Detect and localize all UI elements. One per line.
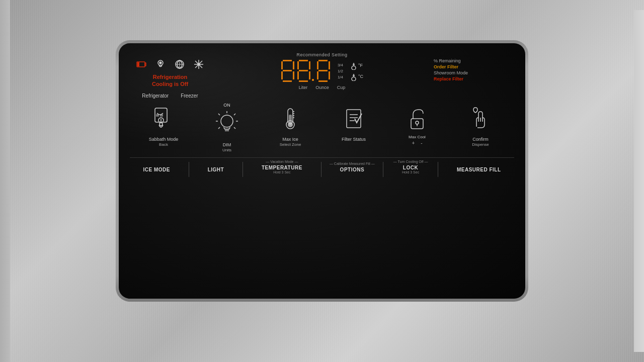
replace-filter-label: Replace Filter <box>434 76 468 81</box>
scale-1-4: 1/4 <box>338 75 343 79</box>
svg-line-29 <box>234 127 235 129</box>
seg-digit-1 <box>281 59 295 82</box>
svg-line-27 <box>234 114 235 115</box>
svg-rect-1 <box>145 63 146 66</box>
water-dispenser-icon <box>153 57 168 71</box>
recommended-label: Recommended Setting <box>296 52 347 57</box>
snowflake-icon <box>192 57 206 71</box>
hand-dispense-icon <box>464 103 497 135</box>
mode-icon <box>173 57 187 71</box>
max-ice-label: Max Ice <box>282 137 298 143</box>
svg-rect-22 <box>160 114 163 117</box>
svg-point-10 <box>198 63 200 65</box>
filter-info-row: % Remaining Order Filter Showroom Mode R… <box>434 58 468 81</box>
temperature-label: TEMPERATURE <box>262 165 302 170</box>
thermometer-icon <box>274 103 306 135</box>
ounce-label: Ounce <box>315 85 329 90</box>
sabbath-mode-back-button[interactable]: Sabbath Mode Back <box>138 103 189 153</box>
right-filter-section: % Remaining Order Filter Showroom Mode R… <box>434 52 514 81</box>
confirm-dispense-button[interactable]: Confirm Dispense <box>455 103 506 153</box>
fridge-right-panel <box>634 10 644 352</box>
lock-open-icon <box>401 103 433 135</box>
divider-5 <box>438 162 438 177</box>
max-cool-label: Max Cool <box>409 135 426 139</box>
top-info-row: Refrigeration Cooling is Off Refrigerato… <box>130 52 514 99</box>
top-icons-row <box>134 57 206 71</box>
plus-button[interactable]: + <box>412 140 415 146</box>
lock-label: LOCK <box>403 165 418 170</box>
panel-outer-bezel: Refrigeration Cooling is Off Refrigerato… <box>116 40 528 302</box>
temp-unit-icons: °F °C <box>349 61 363 81</box>
zone-select-sublabel: Select Zone <box>280 142 301 147</box>
options-item[interactable]: — Calibrate Measured Fill — OPTIONS <box>340 167 365 172</box>
display-row: 3/4 1/2 1/4 <box>281 59 363 82</box>
scale-3-4: 3/4 <box>338 63 343 67</box>
measured-fill-label: MEASURED FILL <box>457 167 501 172</box>
scale-1-2: 1/2 <box>338 69 343 73</box>
svg-line-30 <box>218 114 220 115</box>
control-panel-container: Refrigeration Cooling is Off Refrigerato… <box>116 40 528 302</box>
divider-2 <box>243 162 243 177</box>
filter-status-label: Filter Status <box>342 137 366 143</box>
scale-options: 3/4 1/2 1/4 <box>338 63 343 79</box>
fridge-left-panel <box>0 0 10 362</box>
buttons-row: Sabbath Mode Back ON <box>130 103 514 153</box>
temperature-sublabel: Hold 3 Sec <box>273 170 290 174</box>
filter-status-button[interactable]: Filter Status <box>329 103 379 153</box>
units-sublabel: Units <box>222 148 231 152</box>
vacation-mode-label: — Vacation Mode — <box>266 160 298 163</box>
fahrenheit-icon: °F <box>349 61 363 70</box>
celsius-icon: °C <box>349 72 363 81</box>
calibrate-label: — Calibrate Measured Fill — <box>330 162 375 165</box>
temperature-item[interactable]: — Vacation Mode — TEMPERATURE Hold 3 Sec <box>262 165 302 174</box>
ice-mode-label: ICE MODE <box>143 167 170 172</box>
divider-4 <box>383 162 383 177</box>
divider-1 <box>189 162 189 177</box>
light-label: LIGHT <box>208 167 224 172</box>
minus-button[interactable]: - <box>421 140 422 146</box>
light-item[interactable]: LIGHT <box>208 167 224 172</box>
svg-point-14 <box>352 77 356 81</box>
svg-rect-2 <box>137 62 139 66</box>
measure-labels-row: Liter Ounce Cup <box>299 85 346 90</box>
refrigeration-status: Refrigeration Cooling is Off <box>152 73 188 88</box>
freezer-label: Freezer <box>181 93 198 99</box>
seg-digit-2 <box>297 59 311 82</box>
on-label: ON <box>223 103 230 108</box>
liter-label: Liter <box>299 85 308 90</box>
svg-point-11 <box>352 66 356 70</box>
svg-line-32 <box>218 127 220 129</box>
sabbath-icon <box>147 103 180 135</box>
light-bulb-icon <box>211 108 243 140</box>
center-display-section: Recommended Setting <box>210 52 434 90</box>
ice-mode-item[interactable]: ICE MODE <box>143 167 170 172</box>
svg-point-4 <box>159 62 162 64</box>
svg-point-46 <box>416 121 419 124</box>
fridge-body: Refrigeration Cooling is Off Refrigerato… <box>0 0 644 362</box>
lock-sublabel: Hold 3 Sec <box>402 170 419 174</box>
left-status-section: Refrigeration Cooling is Off Refrigerato… <box>130 52 210 99</box>
decimal-dot <box>312 79 314 81</box>
measured-fill-item[interactable]: MEASURED FILL <box>457 167 501 172</box>
sabbath-back-sublabel: Back <box>159 142 168 147</box>
dim-units-button[interactable]: ON <box>202 103 252 153</box>
svg-rect-45 <box>411 119 423 129</box>
cup-label: Cup <box>337 85 346 90</box>
showroom-mode-label: Showroom Mode <box>434 70 468 75</box>
svg-point-36 <box>288 122 293 127</box>
sabbath-mode-label: Sabbath Mode <box>149 137 179 143</box>
refrigerator-label: Refrigerator <box>142 93 169 99</box>
lock-item[interactable]: — Turn Cooling Off — LOCK Hold 3 Sec <box>402 165 419 174</box>
dispense-sublabel: Dispense <box>472 142 489 147</box>
panel-inner: Refrigeration Cooling is Off Refrigerato… <box>119 43 525 299</box>
max-ice-zone-button[interactable]: Max Ice Select Zone <box>265 103 315 153</box>
divider-3 <box>321 162 321 177</box>
battery-icon <box>134 57 148 71</box>
pct-remaining-label: % Remaining <box>434 58 468 63</box>
confirm-label: Confirm <box>472 137 489 143</box>
filter-status-icon <box>338 103 370 135</box>
svg-rect-21 <box>156 114 159 117</box>
max-cool-button[interactable]: Max Cool + - <box>392 103 442 153</box>
seg-digit-3 <box>316 59 331 82</box>
turn-cooling-label: — Turn Cooling Off — <box>393 160 428 163</box>
